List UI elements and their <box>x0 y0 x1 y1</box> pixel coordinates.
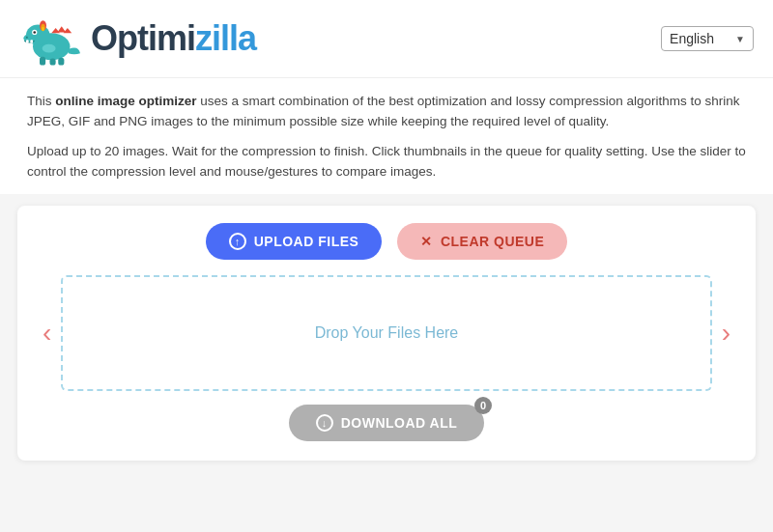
download-icon: ↓ <box>316 414 333 432</box>
download-all-button[interactable]: ↓ DOWNLOAD ALL 0 <box>289 405 485 441</box>
svg-marker-8 <box>57 26 66 32</box>
clear-label: CLEAR QUEUE <box>441 234 544 249</box>
download-label: DOWNLOAD ALL <box>341 415 458 431</box>
drop-zone[interactable]: Drop Your Files Here <box>61 275 711 391</box>
logo: Optimizilla <box>19 10 256 68</box>
bold-text: online image optimizer <box>55 94 196 108</box>
previous-arrow[interactable]: ‹ <box>33 318 61 349</box>
upload-icon: ↑ <box>229 233 246 250</box>
svg-point-6 <box>33 31 36 34</box>
upload-files-button[interactable]: ↑ UPLOAD FILES <box>206 223 383 260</box>
download-badge: 0 <box>474 397 492 414</box>
svg-point-16 <box>43 44 56 53</box>
drop-zone-placeholder: Drop Your Files Here <box>315 324 459 342</box>
svg-rect-14 <box>50 59 56 66</box>
drop-zone-wrapper: ‹ Drop Your Files Here › <box>33 275 740 391</box>
next-arrow[interactable]: › <box>712 318 740 349</box>
description-paragraph-1: This online image optimizer uses a smart… <box>27 92 746 132</box>
clear-queue-button[interactable]: ✕ CLEAR QUEUE <box>397 223 567 260</box>
download-row: ↓ DOWNLOAD ALL 0 <box>33 405 740 441</box>
description-paragraph-2: Upload up to 20 images. Wait for the com… <box>27 142 746 182</box>
upload-label: UPLOAD FILES <box>254 234 359 249</box>
action-buttons: ↑ UPLOAD FILES ✕ CLEAR QUEUE <box>33 223 740 260</box>
logo-dino-icon <box>19 10 87 68</box>
language-dropdown[interactable]: English Español Français Deutsch Portugu… <box>670 31 747 46</box>
clear-icon: ✕ <box>420 234 433 249</box>
header: Optimizilla English Español Français Deu… <box>0 0 773 78</box>
language-selector[interactable]: English Español Français Deutsch Portugu… <box>661 26 754 51</box>
logo-text: Optimizilla <box>91 21 256 56</box>
logo-zilla: zilla <box>195 18 256 58</box>
description-section: This online image optimizer uses a smart… <box>0 78 773 194</box>
svg-point-12 <box>42 27 44 31</box>
svg-rect-3 <box>26 40 29 43</box>
svg-rect-4 <box>30 40 33 43</box>
logo-optimi: Optimi <box>91 18 195 58</box>
svg-rect-15 <box>58 58 64 66</box>
upload-area: ↑ UPLOAD FILES ✕ CLEAR QUEUE ‹ Drop Your… <box>17 206 756 461</box>
svg-rect-13 <box>40 57 45 66</box>
svg-point-17 <box>26 37 28 39</box>
